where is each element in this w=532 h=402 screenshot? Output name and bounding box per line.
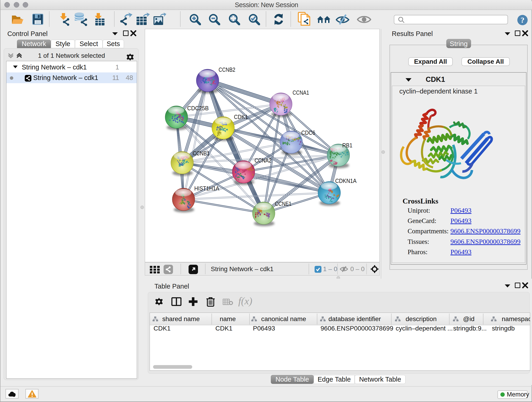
svg-text:RB1: RB1 — [342, 142, 352, 149]
svg-text:CDC25B: CDC25B — [187, 105, 209, 112]
svg-text:CCNB2: CCNB2 — [219, 66, 235, 73]
svg-text:CDK1: CDK1 — [234, 114, 248, 120]
svg-text:CCNA2: CCNA2 — [254, 157, 272, 164]
svg-text:CDC6: CDC6 — [301, 129, 315, 136]
svg-text:CCNE1: CCNE1 — [275, 200, 291, 207]
svg-text:CCNB1: CCNB1 — [193, 150, 210, 157]
svg-text:CDKN1A: CDKN1A — [335, 177, 357, 184]
svg-text:CCNA1: CCNA1 — [293, 89, 309, 96]
svg-text:HIST1H1A: HIST1H1A — [194, 185, 220, 192]
